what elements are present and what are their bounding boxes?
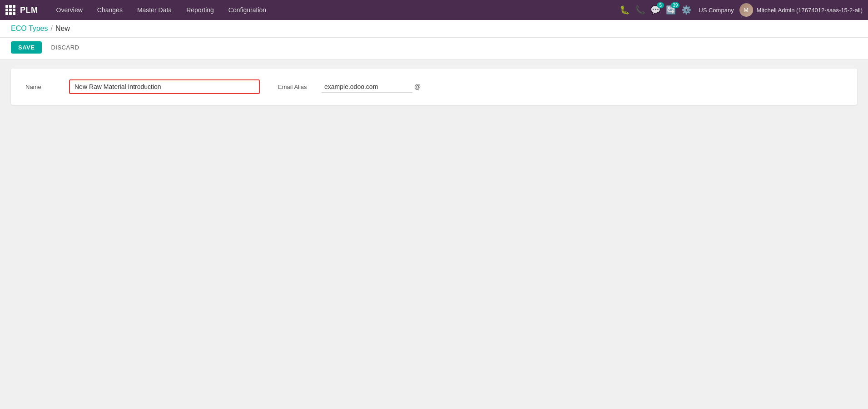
save-button[interactable]: SAVE [11, 41, 42, 54]
breadcrumb-current: New [55, 25, 70, 33]
phone-icon[interactable]: 📞 [635, 5, 645, 15]
user-menu[interactable]: M Mitchell Admin (17674012-saas-15-2-all… [739, 3, 863, 17]
main-content: Name Email Alias @ [0, 59, 868, 409]
navbar-actions: 🐛 📞 💬 5 🔄 39 ⚙️ US Company M Mitchell Ad… [620, 3, 863, 17]
avatar: M [739, 3, 753, 17]
main-menu: Overview Changes Master Data Reporting C… [49, 0, 620, 20]
email-alias-field: Email Alias @ [278, 81, 421, 93]
menu-configuration[interactable]: Configuration [221, 0, 273, 20]
menu-changes[interactable]: Changes [90, 0, 130, 20]
email-at-sign: @ [414, 83, 421, 90]
navbar: PLM Overview Changes Master Data Reporti… [0, 0, 868, 20]
chat-icon[interactable]: 💬 5 [650, 5, 660, 15]
menu-master-data[interactable]: Master Data [130, 0, 179, 20]
form-row: Name Email Alias @ [25, 79, 843, 94]
chat-badge: 5 [657, 2, 664, 8]
apps-menu-icon[interactable] [5, 5, 15, 15]
menu-overview[interactable]: Overview [49, 0, 90, 20]
email-alias-label: Email Alias [278, 84, 314, 90]
timer-badge: 39 [671, 2, 680, 8]
settings-icon[interactable]: ⚙️ [681, 5, 691, 15]
bug-icon[interactable]: 🐛 [620, 5, 630, 15]
breadcrumb-separator: / [51, 25, 53, 33]
form-card: Name Email Alias @ [11, 69, 857, 105]
email-alias-wrapper: @ [322, 81, 421, 93]
email-alias-input[interactable] [322, 81, 412, 93]
name-label: Name [25, 84, 62, 90]
action-bar: SAVE DISCARD [0, 38, 868, 59]
name-input[interactable] [69, 79, 260, 94]
company-name[interactable]: US Company [699, 7, 734, 14]
discard-button[interactable]: DISCARD [45, 41, 84, 54]
menu-reporting[interactable]: Reporting [179, 0, 221, 20]
user-name: Mitchell Admin (17674012-saas-15-2-all) [757, 7, 863, 14]
name-field: Name [25, 79, 260, 94]
breadcrumb-parent[interactable]: ECO Types [11, 25, 48, 33]
breadcrumb: ECO Types / New [0, 20, 868, 38]
timer-icon[interactable]: 🔄 39 [666, 5, 676, 15]
brand-logo[interactable]: PLM [20, 5, 38, 15]
